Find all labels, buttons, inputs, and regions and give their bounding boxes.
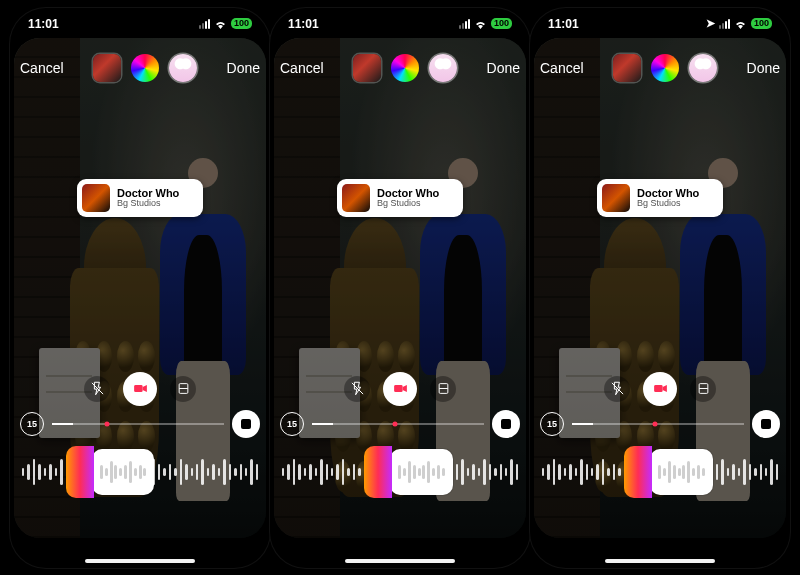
video-mode-button[interactable] bbox=[123, 372, 157, 406]
audio-selection-window[interactable] bbox=[92, 449, 154, 495]
battery-badge: 100 bbox=[231, 18, 252, 29]
timeline-marker bbox=[105, 421, 110, 426]
duration-button[interactable]: 15 bbox=[20, 412, 44, 436]
capture-mode-row bbox=[10, 372, 270, 406]
layout-mode-button[interactable] bbox=[170, 376, 196, 402]
video-mode-button[interactable] bbox=[643, 372, 677, 406]
status-right: ➤ 100 bbox=[706, 17, 772, 30]
music-sticker[interactable]: Doctor Who Bg Studios bbox=[77, 179, 203, 217]
flash-off-button[interactable] bbox=[84, 376, 110, 402]
color-picker-button[interactable] bbox=[651, 54, 679, 82]
battery-badge: 100 bbox=[491, 18, 512, 29]
music-thumb-button[interactable] bbox=[353, 54, 381, 82]
avatar-sticker-button[interactable] bbox=[689, 54, 717, 82]
home-indicator bbox=[85, 559, 195, 563]
editor-header: Cancel Done bbox=[270, 50, 530, 86]
cancel-button[interactable]: Cancel bbox=[280, 60, 324, 76]
phone-frame: 11:01 ➤ 100 bbox=[530, 8, 790, 568]
wifi-icon bbox=[214, 19, 227, 29]
wifi-icon bbox=[474, 19, 487, 29]
color-picker-button[interactable] bbox=[391, 54, 419, 82]
layout-mode-button[interactable] bbox=[690, 376, 716, 402]
timeline-marker bbox=[392, 421, 397, 426]
wifi-icon bbox=[734, 19, 747, 29]
status-time: 11:01 bbox=[288, 17, 319, 31]
flash-off-button[interactable] bbox=[604, 376, 630, 402]
color-picker-button[interactable] bbox=[131, 54, 159, 82]
music-thumb-button[interactable] bbox=[613, 54, 641, 82]
avatar-sticker-button[interactable] bbox=[429, 54, 457, 82]
video-mode-button[interactable] bbox=[383, 372, 417, 406]
stop-record-button[interactable] bbox=[232, 410, 260, 438]
flash-off-button[interactable] bbox=[344, 376, 370, 402]
timeline-track[interactable] bbox=[52, 423, 224, 425]
capture-mode-row bbox=[530, 372, 790, 406]
editor-header: Cancel Done bbox=[10, 50, 270, 86]
status-time: 11:01 bbox=[28, 17, 59, 31]
avatar-sticker-button[interactable] bbox=[169, 54, 197, 82]
status-time: 11:01 bbox=[548, 17, 579, 31]
timeline-progress bbox=[52, 423, 73, 425]
status-bar: 11:01 ➤ 100 bbox=[10, 14, 270, 34]
audio-selection-window[interactable] bbox=[390, 449, 452, 495]
album-art-icon bbox=[82, 184, 110, 212]
capture-mode-row bbox=[270, 372, 530, 406]
phone-frame: 11:01 ➤ 100 bbox=[270, 8, 530, 568]
clip-timeline: 15 bbox=[20, 410, 260, 438]
music-sticker[interactable]: Doctor Who Bg Studios bbox=[597, 179, 723, 217]
clip-timeline: 15 bbox=[280, 410, 520, 438]
timeline-progress bbox=[312, 423, 333, 425]
layout-mode-button[interactable] bbox=[430, 376, 456, 402]
status-right: ➤ 100 bbox=[199, 18, 252, 29]
svg-rect-9 bbox=[654, 385, 663, 392]
cancel-button[interactable]: Cancel bbox=[540, 60, 584, 76]
cellular-signal-icon bbox=[719, 19, 730, 29]
cancel-button[interactable]: Cancel bbox=[20, 60, 64, 76]
status-bar: 11:01 ➤ 100 bbox=[530, 14, 790, 34]
album-art-icon bbox=[342, 184, 370, 212]
timeline-track[interactable] bbox=[312, 423, 484, 425]
svg-rect-5 bbox=[394, 385, 403, 392]
screenshot-row: 11:01 ➤ 100 bbox=[0, 0, 800, 575]
cellular-signal-icon bbox=[199, 19, 210, 29]
done-button[interactable]: Done bbox=[487, 60, 520, 76]
timeline-progress bbox=[572, 423, 593, 425]
audio-scrubber[interactable] bbox=[20, 452, 260, 492]
svg-rect-1 bbox=[134, 385, 143, 392]
cellular-signal-icon bbox=[459, 19, 470, 29]
status-bar: 11:01 ➤ 100 bbox=[270, 14, 530, 34]
phone-frame: 11:01 ➤ 100 bbox=[10, 8, 270, 568]
home-indicator bbox=[605, 559, 715, 563]
audio-scrubber[interactable] bbox=[280, 452, 520, 492]
timeline-marker bbox=[652, 421, 657, 426]
battery-badge: 100 bbox=[751, 18, 772, 29]
location-icon: ➤ bbox=[706, 17, 715, 30]
music-artist: Bg Studios bbox=[117, 199, 179, 209]
done-button[interactable]: Done bbox=[747, 60, 780, 76]
clip-timeline: 15 bbox=[540, 410, 780, 438]
timeline-track[interactable] bbox=[572, 423, 744, 425]
stop-record-button[interactable] bbox=[492, 410, 520, 438]
music-sticker[interactable]: Doctor Who Bg Studios bbox=[337, 179, 463, 217]
audio-scrubber[interactable] bbox=[540, 452, 780, 492]
duration-button[interactable]: 15 bbox=[540, 412, 564, 436]
music-thumb-button[interactable] bbox=[93, 54, 121, 82]
editor-header: Cancel Done bbox=[530, 50, 790, 86]
status-right: ➤ 100 bbox=[459, 18, 512, 29]
album-art-icon bbox=[602, 184, 630, 212]
done-button[interactable]: Done bbox=[227, 60, 260, 76]
home-indicator bbox=[345, 559, 455, 563]
music-artist: Bg Studios bbox=[637, 199, 699, 209]
music-artist: Bg Studios bbox=[377, 199, 439, 209]
stop-record-button[interactable] bbox=[752, 410, 780, 438]
duration-button[interactable]: 15 bbox=[280, 412, 304, 436]
audio-selection-window[interactable] bbox=[650, 449, 712, 495]
